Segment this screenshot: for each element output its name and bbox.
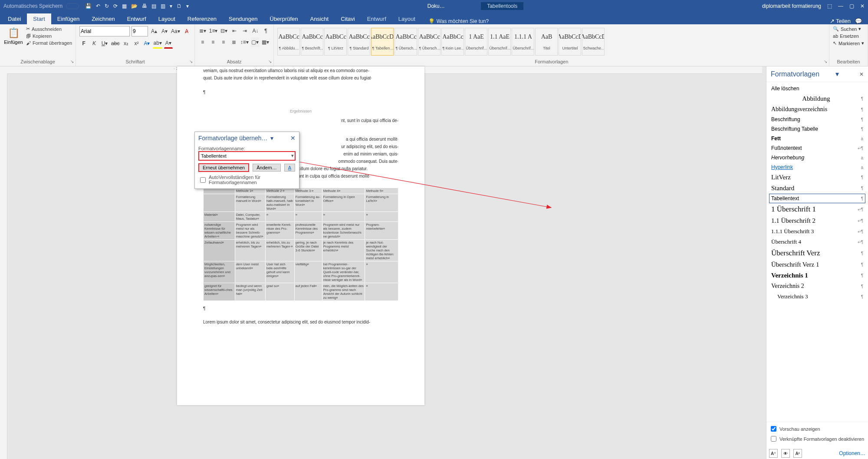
style-item[interactable]: Überschrift Verz 1¶ [769, 259, 865, 270]
tab-draw[interactable]: Zeichnen [85, 13, 121, 24]
refresh-icon[interactable]: ⟳ [113, 3, 118, 9]
style-item[interactable]: 1 Überschrift 1↵¶ [769, 203, 865, 215]
style-item[interactable]: Überschrift Verz¶ [769, 247, 865, 259]
italic-icon[interactable]: K [90, 39, 99, 48]
disable-linked-checkbox[interactable]: Verknüpfte Formatvorlagen deaktivieren [769, 435, 865, 443]
subscript-icon[interactable]: x₂ [122, 39, 130, 48]
tab-file[interactable]: Datei [2, 13, 27, 24]
highlight-icon[interactable]: ab▾ [153, 38, 162, 49]
grow-font-icon[interactable]: A▴ [150, 26, 158, 36]
style-inspector-icon[interactable]: 👁 [781, 449, 790, 458]
style-item[interactable]: 1.1 Überschrift 2↵¶ [769, 215, 865, 226]
style-item[interactable]: Fetta [769, 134, 865, 143]
share-button[interactable]: ↗ Teilen [830, 18, 851, 24]
launcher-icon[interactable]: ↘ [189, 59, 193, 64]
tab-references[interactable]: Referenzen [181, 13, 223, 24]
clear-all[interactable]: Alle löschen [769, 84, 865, 93]
style-item[interactable]: Abbildung¶ [769, 93, 865, 104]
style-card[interactable]: AaBbCc¶ Kein Lee… [441, 28, 464, 56]
table-icon[interactable]: ▦ [122, 3, 127, 9]
dropdown-icon[interactable]: ▾ [291, 153, 294, 159]
document-table[interactable]: Methode 1¤Methode 2·¤Methode 3·¤Methode … [203, 188, 398, 301]
tab-view[interactable]: Ansicht [304, 13, 335, 24]
body-text[interactable]: Lorem ipsum dolor sit amet, consectetur … [203, 319, 398, 325]
strike-icon[interactable]: abc [111, 39, 120, 48]
launcher-icon[interactable]: ↘ [824, 59, 827, 64]
style-card[interactable]: AaBbCcDSchwache… [582, 28, 605, 56]
style-item[interactable]: Tabellentext¶ [769, 194, 865, 203]
bold-icon[interactable]: F [79, 39, 88, 48]
body-text[interactable]: quat. Duis aute irure dolor in reprehend… [203, 75, 398, 81]
ribbon-display-icon[interactable]: ⬚ [827, 3, 832, 9]
launcher-icon[interactable]: ↘ [268, 59, 272, 64]
text-effects-icon[interactable]: A▾ [142, 39, 151, 48]
cut-button[interactable]: ✂Ausschneiden [26, 26, 72, 32]
style-card[interactable]: AaBbCc¶ Abbildu… [277, 28, 300, 56]
options-link[interactable]: Optionen… [839, 450, 865, 456]
new-icon[interactable]: 🗋 [177, 3, 182, 9]
style-card[interactable]: AaBbCcDd¶ Tabellen… [371, 28, 394, 56]
style-card[interactable]: AaBbCc¶ Übersch… [395, 28, 417, 56]
style-card[interactable]: AaBbCcDUntertitel [559, 28, 581, 56]
style-item[interactable]: Hervorhebunga [769, 153, 865, 162]
style-card[interactable]: AaBbCc¶ Übersch… [418, 28, 441, 56]
font-color-icon[interactable]: A▾ [164, 38, 173, 49]
style-card[interactable]: AaBbCc¶ Standard [348, 28, 370, 56]
undo-icon[interactable]: ↶ [96, 3, 100, 9]
document-page[interactable]: veniam, quis nostrud exercitation ullamc… [177, 66, 424, 405]
style-name-input[interactable] [198, 151, 296, 161]
qat-dropdown-icon[interactable]: ▾ [186, 3, 189, 9]
body-text[interactable]: veniam, quis nostrud exercitation ullamc… [203, 67, 398, 74]
style-item[interactable]: Verzeichnis 1¶ [769, 270, 865, 281]
comments-icon[interactable]: 💬 [855, 18, 862, 24]
select-button[interactable]: ↖Markieren ▾ [833, 40, 864, 46]
line-spacing-icon[interactable]: ↕≡▾ [240, 37, 249, 47]
style-card[interactable]: 1 AaEÜberschrif… [465, 28, 487, 56]
find-button[interactable]: 🔍Suchen ▾ [833, 26, 864, 32]
format-painter-button[interactable]: 🖌Format übertragen [26, 40, 72, 46]
show-marks-icon[interactable]: ¶ [261, 26, 270, 36]
body-text[interactable]: nt, sunt in culpa qui officia de- [203, 117, 398, 124]
clear-format-icon[interactable]: A̷ [182, 26, 191, 36]
style-card[interactable]: AaBbCc¶ LitVerz [324, 28, 347, 56]
dialog-dropdown-icon[interactable]: ▾ [270, 135, 273, 142]
tab-citavi[interactable]: Citavi [335, 13, 361, 24]
launcher-icon[interactable]: ↘ [70, 59, 74, 64]
pilcrow[interactable]: ¶ [203, 305, 398, 312]
paste-button[interactable]: 📋 Einfügen [3, 26, 23, 46]
tab-table-layout[interactable]: Layout [392, 13, 421, 24]
style-card[interactable]: AaBbCc¶ Beschrift… [301, 28, 323, 56]
autocomplete-checkbox[interactable]: AutoVervollständigen für Formatvorlagenn… [198, 175, 296, 185]
font-name-input[interactable] [79, 26, 130, 36]
close-icon[interactable]: ✕ [860, 3, 865, 9]
style-item[interactable]: Verzeichnis 3¶ [769, 291, 865, 302]
tab-table-design[interactable]: Entwurf [361, 13, 392, 24]
justify-icon[interactable]: ≣ [230, 37, 238, 47]
style-item[interactable]: Verzeichnis 2¶ [769, 281, 865, 291]
shrink-font-icon[interactable]: A▾ [160, 26, 169, 36]
bullets-icon[interactable]: ≣▾ [198, 26, 207, 36]
change-case-icon[interactable]: Aa▾ [171, 26, 181, 36]
style-item[interactable]: Hyperlinka [769, 162, 865, 172]
style-item[interactable]: Beschriftung Tabelle¶ [769, 124, 865, 134]
style-item[interactable]: Beschriftung¶ [769, 115, 865, 124]
reapply-button[interactable]: Erneut übernehmen [198, 163, 249, 172]
style-item[interactable]: LitVerz¶ [769, 172, 865, 183]
copy-button[interactable]: 🗐Kopieren [26, 33, 72, 39]
style-item[interactable]: Standard¶ [769, 183, 865, 194]
tab-layout[interactable]: Layout [152, 13, 181, 24]
style-item[interactable]: Fußnotentext↵¶ [769, 143, 865, 153]
align-right-icon[interactable]: ≡ [219, 37, 228, 47]
tab-start[interactable]: Start [27, 13, 51, 24]
font-size-input[interactable] [132, 26, 148, 36]
increase-indent-icon[interactable]: ⇥ [240, 26, 249, 36]
style-a-button[interactable]: A [284, 164, 295, 172]
manage-styles-icon[interactable]: Aᵃ [793, 449, 802, 458]
dialog-close-icon[interactable]: ✕ [290, 135, 296, 142]
pilcrow[interactable]: ¶ [203, 89, 398, 96]
underline-icon[interactable]: U▾ [100, 39, 109, 48]
style-card[interactable]: 1.1 AaEÜberschrif… [488, 28, 511, 56]
preview-icon[interactable]: ▤ [151, 3, 156, 9]
tell-me[interactable]: 💡Was möchten Sie tun? [428, 18, 489, 24]
pane-close-icon[interactable]: ✕ [859, 71, 864, 77]
